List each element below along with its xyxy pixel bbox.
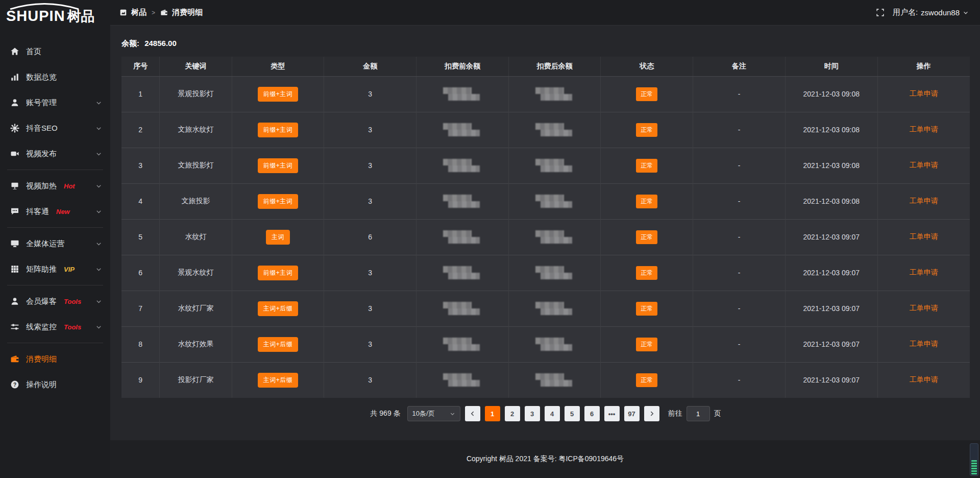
consumption-table: 序号关键词类型金额扣费前余额扣费后余额状态备注时间操作 1 景观投影灯 前缀+主… [121,57,970,398]
status-badge: 正常 [636,87,657,101]
sidebar-item-操作说明[interactable]: ? 操作说明 [0,372,110,397]
sidebar-item-label: 抖音SEO [26,124,58,133]
sidebar-item-全媒体运营[interactable]: 全媒体运营 [0,231,110,256]
page-button-2[interactable]: 2 [505,406,520,421]
sidebar-item-矩阵助推[interactable]: 矩阵助推 VIP [0,256,110,282]
work-order-link[interactable]: 工单申请 [910,89,938,98]
goto-page-input[interactable] [687,406,710,421]
status-badge: 正常 [636,266,657,280]
table-row: 5 水纹灯 主词 6 正常 - 2021-12-03 09:07 工单申请 [121,219,970,255]
work-order-link[interactable]: 工单申请 [910,375,938,384]
sidebar-item-首页[interactable]: 首页 [0,39,110,64]
prev-page-button[interactable] [465,406,480,421]
censored-value [531,301,578,316]
type-badge: 主词 [266,230,290,245]
work-order-link[interactable]: 工单申请 [910,340,938,348]
work-order-link[interactable]: 工单申请 [910,161,938,169]
type-badge: 主词+后缀 [258,337,299,352]
sidebar-nav: 首页 数据总览 账号管理 抖音SEO 视频发布 视频加热 Hot 抖客通 New [0,33,110,397]
sidebar-item-视频发布[interactable]: 视频发布 [0,141,110,166]
type-badge: 前缀+主词 [258,87,299,102]
sidebar-item-视频加热[interactable]: 视频加热 Hot [0,173,110,199]
sidebar-item-会员爆客[interactable]: 会员爆客 Tools [0,289,110,314]
cell-amount: 3 [324,183,416,219]
work-order-link[interactable]: 工单申请 [910,197,938,205]
sidebar-item-抖音SEO[interactable]: 抖音SEO [0,115,110,141]
page-ellipsis-button[interactable]: ••• [604,406,620,421]
cell-time: 2021-12-03 09:07 [785,326,877,362]
cell-type: 主词+后缀 [232,326,324,362]
censored-value [439,158,486,173]
chevron-down-icon [95,208,102,215]
cell-balance-after [508,362,601,398]
cell-status: 正常 [601,183,693,219]
username-label: 用户名: [893,8,918,17]
page-button-5[interactable]: 5 [565,406,580,421]
cell-balance-after [508,183,601,219]
column-header-金额: 金额 [324,57,416,76]
cell-time: 2021-12-03 09:08 [785,183,877,219]
cell-type: 主词+后缀 [232,362,324,398]
sidebar-item-线索监控[interactable]: 线索监控 Tools [0,314,110,340]
status-badge: 正常 [636,159,657,173]
type-badge: 前缀+主词 [258,158,299,173]
chevron-down-icon [95,183,102,189]
cell-amount: 3 [324,255,416,291]
balance-value: 24856.00 [144,39,177,47]
app-root: SHUPIN 树品 首页 数据总览 账号管理 抖音SEO 视频发布 [0,0,980,478]
pagination: 共 969 条 10条/页 123456•••97 前往 页 [121,406,970,421]
cell-status: 正常 [601,362,693,398]
next-page-button[interactable] [644,406,659,421]
page-button-3[interactable]: 3 [525,406,540,421]
cell-remark: - [693,326,786,362]
cell-keyword: 文旅投影 [160,183,232,219]
grid-icon [10,265,19,274]
balance-label: 余额: [121,39,139,47]
work-order-link[interactable]: 工单申请 [910,232,938,241]
sidebar-item-label: 视频发布 [26,149,57,159]
sidebar-item-抖客通[interactable]: 抖客通 New [0,199,110,224]
cell-balance-after [508,219,601,255]
sidebar-item-消费明细[interactable]: 消费明细 [0,346,110,372]
censored-value [531,122,578,137]
page-size-select[interactable]: 10条/页 [407,406,460,421]
cell-amount: 3 [324,291,416,326]
sidebar-item-label: 抖客通 [26,207,49,217]
page-buttons: 123456•••97 [485,406,640,421]
page-button-6[interactable]: 6 [584,406,600,421]
breadcrumb-item-home[interactable]: 树品 [131,8,146,17]
type-badge: 前缀+主词 [258,123,299,137]
content-area: 余额: 24856.00 序号关键词类型金额扣费前余额扣费后余额状态备注时间操作… [110,26,980,440]
cell-keyword: 景观投影灯 [160,76,232,112]
member-icon [10,297,19,306]
sidebar-item-账号管理[interactable]: 账号管理 [0,90,110,115]
cell-balance-before [416,76,509,112]
cell-time: 2021-12-03 09:07 [785,255,877,291]
user-menu[interactable]: 用户名: zswodun88 [893,8,969,17]
cell-remark: - [693,112,786,148]
censored-value [439,301,486,316]
status-badge: 正常 [636,195,657,208]
censored-value [531,86,578,102]
page-button-1[interactable]: 1 [485,406,500,421]
cell-status: 正常 [601,326,693,362]
work-order-link[interactable]: 工单申请 [910,125,938,133]
fullscreen-icon[interactable] [876,8,885,17]
column-header-扣费前余额: 扣费前余额 [416,57,509,76]
censored-value [531,265,578,280]
column-header-序号: 序号 [121,57,160,76]
censored-value [531,194,578,209]
sidebar-item-数据总览[interactable]: 数据总览 [0,64,110,90]
chat-icon [10,207,19,216]
type-badge: 主词+后缀 [258,373,299,388]
page-button-4[interactable]: 4 [545,406,560,421]
work-order-link[interactable]: 工单申请 [910,304,938,312]
work-order-link[interactable]: 工单申请 [910,268,938,276]
cell-index: 8 [121,326,160,362]
topbar: 树品 > 消费明细 用户名: zswodun88 [110,0,980,26]
goto-label: 前往 [668,409,682,418]
page-button-97[interactable]: 97 [624,406,640,421]
footer: Copyright 树品 2021 备案号: 粤ICP备09019646号 [110,440,980,478]
column-header-时间: 时间 [785,57,877,76]
sidebar-item-badge: Tools [64,323,81,331]
